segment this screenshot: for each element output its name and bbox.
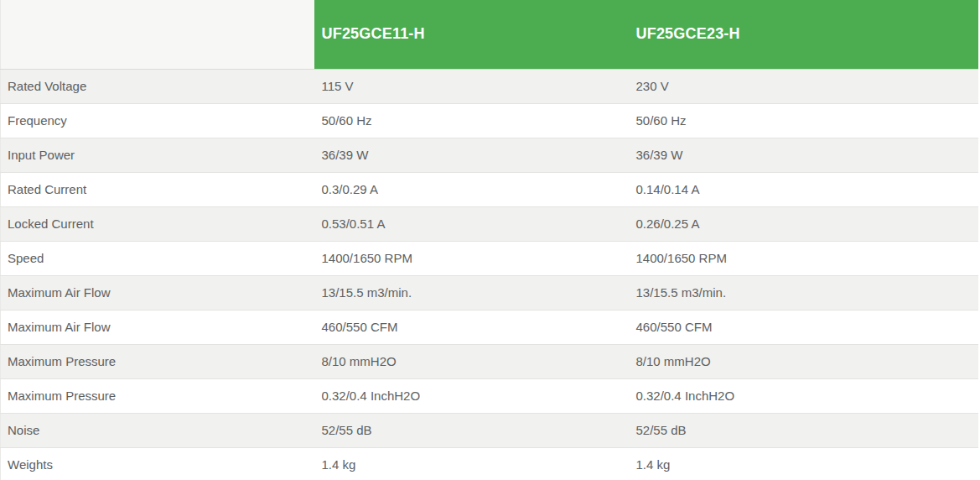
spec-value-cell: 13/15.5 m3/min. bbox=[314, 275, 629, 310]
spec-value-cell: 0.26/0.25 A bbox=[629, 206, 978, 241]
spec-value-cell: 0.53/0.51 A bbox=[314, 206, 629, 241]
table-row: Maximum Pressure 0.32/0.4 InchH2O 0.32/0… bbox=[1, 378, 978, 413]
table-row: Rated Voltage 115 V 230 V bbox=[1, 69, 978, 103]
spec-value-cell: 0.32/0.4 InchH2O bbox=[629, 378, 978, 413]
spec-row-label: Maximum Air Flow bbox=[1, 310, 314, 344]
spec-value-cell: 0.14/0.14 A bbox=[629, 172, 978, 206]
spec-value-cell: 8/10 mmH2O bbox=[314, 344, 629, 378]
table-row: Locked Current 0.53/0.51 A 0.26/0.25 A bbox=[1, 206, 978, 241]
blank-corner-cell bbox=[1, 0, 314, 69]
spec-value-cell: 36/39 W bbox=[629, 138, 978, 172]
table-row: Maximum Pressure 8/10 mmH2O 8/10 mmH2O bbox=[1, 344, 978, 378]
table-row: Maximum Air Flow 460/550 CFM 460/550 CFM bbox=[1, 310, 978, 344]
product-header-2: UF25GCE23-H bbox=[629, 0, 978, 69]
spec-value-cell: 36/39 W bbox=[314, 138, 629, 172]
spec-value-cell: 460/550 CFM bbox=[314, 310, 629, 344]
table-row: Input Power 36/39 W 36/39 W bbox=[1, 138, 978, 172]
spec-value-cell: 230 V bbox=[629, 69, 978, 103]
spec-row-label: Input Power bbox=[1, 138, 314, 172]
spec-value-cell: 0.32/0.4 InchH2O bbox=[314, 378, 629, 413]
spec-value-cell: 52/55 dB bbox=[629, 413, 978, 447]
spec-value-cell: 50/60 Hz bbox=[314, 103, 629, 138]
spec-value-cell: 1400/1650 RPM bbox=[629, 241, 978, 275]
spec-row-label: Maximum Pressure bbox=[1, 378, 314, 413]
spec-value-cell: 1.4 kg bbox=[314, 447, 629, 480]
spec-row-label: Maximum Pressure bbox=[1, 344, 314, 378]
spec-row-label: Noise bbox=[1, 413, 314, 447]
spec-value-cell: 460/550 CFM bbox=[629, 310, 978, 344]
spec-row-label: Weights bbox=[1, 447, 314, 480]
spec-value-cell: 1.4 kg bbox=[629, 447, 978, 480]
product-spec-table: UF25GCE11-H UF25GCE23-H Rated Voltage 11… bbox=[0, 0, 978, 480]
spec-value-cell: 115 V bbox=[314, 69, 629, 103]
table-row: Noise 52/55 dB 52/55 dB bbox=[1, 413, 978, 447]
table-row: Speed 1400/1650 RPM 1400/1650 RPM bbox=[1, 241, 978, 275]
product-header-1: UF25GCE11-H bbox=[314, 0, 629, 69]
header-row: UF25GCE11-H UF25GCE23-H bbox=[1, 0, 978, 69]
table-row: Maximum Air Flow 13/15.5 m3/min. 13/15.5… bbox=[1, 275, 978, 310]
spec-value-cell: 8/10 mmH2O bbox=[629, 344, 978, 378]
spec-row-label: Locked Current bbox=[1, 206, 314, 241]
spec-row-label: Maximum Air Flow bbox=[1, 275, 314, 310]
spec-row-label: Frequency bbox=[1, 103, 314, 138]
spec-value-cell: 50/60 Hz bbox=[629, 103, 978, 138]
spec-value-cell: 0.3/0.29 A bbox=[314, 172, 629, 206]
spec-value-cell: 13/15.5 m3/min. bbox=[629, 275, 978, 310]
spec-value-cell: 52/55 dB bbox=[314, 413, 629, 447]
table-row: Weights 1.4 kg 1.4 kg bbox=[1, 447, 978, 480]
table-row: Frequency 50/60 Hz 50/60 Hz bbox=[1, 103, 978, 138]
spec-value-cell: 1400/1650 RPM bbox=[314, 241, 629, 275]
table-row: Rated Current 0.3/0.29 A 0.14/0.14 A bbox=[1, 172, 978, 206]
spec-row-label: Speed bbox=[1, 241, 314, 275]
spec-row-label: Rated Current bbox=[1, 172, 314, 206]
spec-row-label: Rated Voltage bbox=[1, 69, 314, 103]
